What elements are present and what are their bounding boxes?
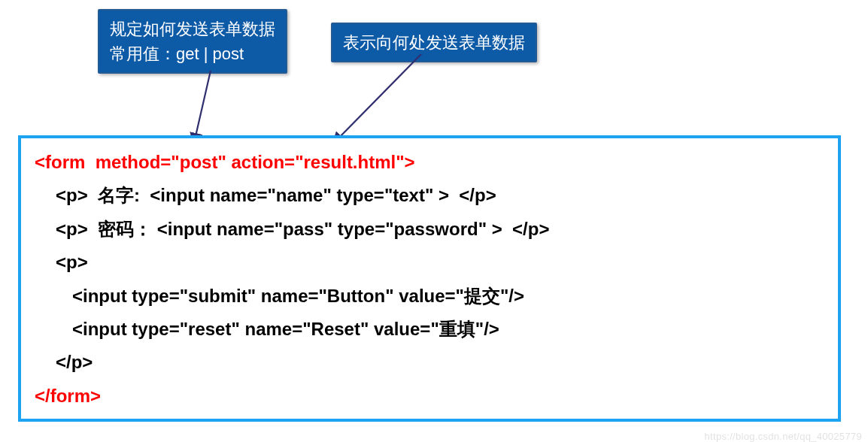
svg-line-1 (334, 54, 421, 143)
svg-line-0 (194, 71, 211, 143)
callout-action-text: 表示向何处发送表单数据 (343, 33, 525, 52)
code-p-close: </p> (35, 346, 824, 379)
code-form-close: </form> (35, 380, 824, 413)
code-box: <form method="post" action="result.html"… (18, 135, 841, 422)
callout-method-line2: 常用值：get | post (110, 41, 275, 66)
watermark: https://blog.csdn.net/qq_40025779 (705, 431, 862, 442)
code-p-open: <p> (35, 246, 824, 279)
callout-method-line1: 规定如何发送表单数据 (110, 17, 275, 41)
code-form-open: <form method="post" action="result.html"… (35, 146, 824, 179)
callout-action: 表示向何处发送表单数据 (331, 23, 537, 62)
code-line-reset: <input type="reset" name="Reset" value="… (35, 313, 824, 346)
code-line-submit: <input type="submit" name="Button" value… (35, 280, 824, 313)
code-line-name: <p> 名字: <input name="name" type="text" >… (35, 179, 824, 212)
callout-method: 规定如何发送表单数据 常用值：get | post (98, 9, 287, 74)
code-line-pass: <p> 密码： <input name="pass" type="passwor… (35, 213, 824, 246)
